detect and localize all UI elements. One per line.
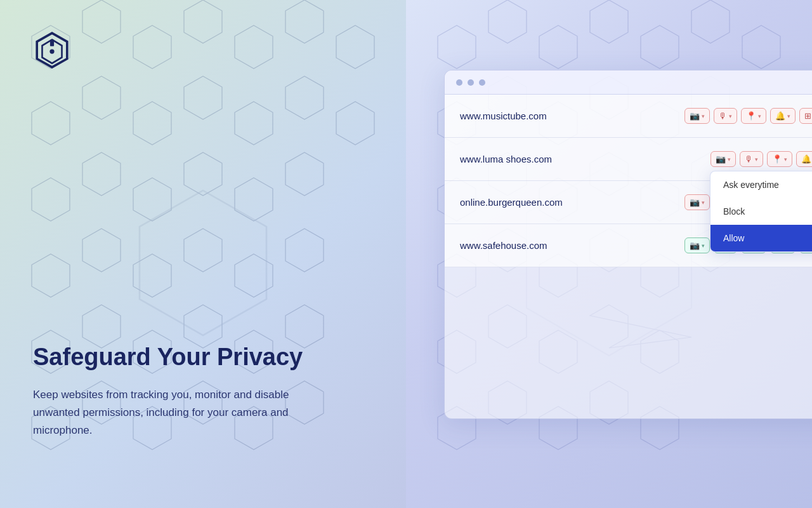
svg-marker-27 bbox=[82, 305, 121, 348]
svg-marker-31 bbox=[285, 305, 324, 348]
window-dot-3 bbox=[479, 79, 485, 86]
more-btn-musictube[interactable]: ⊞ ▾ bbox=[799, 108, 812, 124]
svg-marker-43 bbox=[438, 25, 476, 69]
svg-marker-17 bbox=[184, 152, 222, 196]
camera-icon: 📷 bbox=[716, 154, 726, 164]
dropdown-item-block[interactable]: Block bbox=[710, 198, 812, 225]
left-content: Safeguard Your Privacy Keep websites fro… bbox=[33, 343, 373, 478]
table-row: www.luma shoes.com 📷 ▾ 🎙 ▾ 📍 ▾ bbox=[445, 138, 812, 181]
svg-marker-11 bbox=[235, 102, 273, 145]
svg-marker-46 bbox=[590, 0, 628, 43]
chevron-down-icon: ▾ bbox=[702, 243, 705, 249]
notif-btn-musictube[interactable]: 🔔 ▾ bbox=[770, 108, 796, 124]
svg-point-41 bbox=[49, 49, 54, 53]
svg-marker-47 bbox=[641, 25, 679, 69]
camera-btn-lumashoes[interactable]: 📷 ▾ bbox=[710, 151, 736, 167]
chevron-down-icon: ▾ bbox=[784, 156, 787, 163]
permission-dropdown: Ask everytime Block Allow bbox=[710, 171, 812, 252]
chevron-down-icon: ▾ bbox=[755, 156, 758, 163]
svg-marker-8 bbox=[82, 76, 121, 119]
svg-marker-21 bbox=[82, 229, 121, 272]
table-row: www.musictube.com 📷 ▾ 🎙 ▾ 📍 ▾ bbox=[445, 95, 812, 138]
camera-btn-musictube[interactable]: 📷 ▾ bbox=[684, 108, 710, 124]
location-icon: 📍 bbox=[746, 111, 756, 121]
browser-titlebar bbox=[445, 70, 812, 95]
site-url-safehouse: www.safehouse.com bbox=[460, 240, 684, 251]
svg-marker-44 bbox=[488, 0, 527, 43]
site-permissions-table: www.musictube.com 📷 ▾ 🎙 ▾ 📍 ▾ bbox=[445, 95, 812, 267]
location-icon: 📍 bbox=[772, 154, 782, 164]
page-title: Safeguard Your Privacy bbox=[33, 343, 373, 372]
camera-icon: 📷 bbox=[690, 197, 700, 207]
right-panel: www.musictube.com 📷 ▾ 🎙 ▾ 📍 ▾ bbox=[406, 0, 812, 508]
chevron-down-icon: ▾ bbox=[758, 113, 761, 119]
svg-marker-15 bbox=[82, 152, 121, 196]
svg-marker-23 bbox=[184, 229, 222, 272]
camera-btn-burgerqueen[interactable]: 📷 ▾ bbox=[684, 194, 710, 210]
bell-icon: 🔔 bbox=[801, 154, 811, 164]
camera-icon: 📷 bbox=[690, 111, 700, 121]
chevron-down-icon: ▾ bbox=[702, 113, 705, 119]
logo bbox=[33, 30, 373, 71]
svg-marker-12 bbox=[285, 76, 324, 119]
svg-marker-13 bbox=[336, 102, 374, 145]
svg-marker-20 bbox=[32, 254, 70, 297]
mic-btn-lumashoes[interactable]: 🎙 ▾ bbox=[740, 151, 763, 167]
svg-marker-29 bbox=[184, 305, 222, 348]
svg-marker-7 bbox=[32, 102, 70, 145]
svg-marker-19 bbox=[285, 152, 324, 196]
svg-marker-14 bbox=[32, 178, 70, 221]
permission-group-musictube: 📷 ▾ 🎙 ▾ 📍 ▾ 🔔 ▾ bbox=[684, 108, 812, 124]
camera-icon: 📷 bbox=[690, 241, 700, 250]
left-panel: Safeguard Your Privacy Keep websites fro… bbox=[0, 0, 406, 508]
chevron-down-icon: ▾ bbox=[702, 199, 705, 206]
logo-icon bbox=[33, 30, 71, 69]
window-dot-2 bbox=[468, 79, 474, 86]
mic-icon: 🎙 bbox=[745, 154, 753, 164]
svg-marker-49 bbox=[742, 25, 780, 69]
chevron-down-icon: ▾ bbox=[728, 156, 731, 163]
svg-marker-16 bbox=[133, 178, 171, 221]
site-url-musictube: www.musictube.com bbox=[460, 110, 684, 121]
svg-marker-10 bbox=[184, 76, 222, 119]
svg-marker-38 bbox=[140, 190, 266, 335]
site-url-burgerqueen: online.burgerqueen.com bbox=[460, 197, 684, 208]
browser-window: www.musictube.com 📷 ▾ 🎙 ▾ 📍 ▾ bbox=[444, 70, 812, 419]
dropdown-item-allow[interactable]: Allow bbox=[710, 225, 812, 251]
page-subtitle: Keep websites from tracking you, monitor… bbox=[33, 386, 337, 439]
mic-icon: 🎙 bbox=[719, 111, 727, 121]
window-dot-1 bbox=[456, 79, 462, 86]
mic-btn-musictube[interactable]: 🎙 ▾ bbox=[714, 108, 737, 124]
svg-rect-42 bbox=[50, 39, 54, 46]
svg-marker-18 bbox=[235, 178, 273, 221]
svg-marker-9 bbox=[133, 102, 171, 145]
svg-marker-45 bbox=[539, 25, 577, 69]
site-url-lumashoes: www.luma shoes.com bbox=[460, 154, 710, 164]
bell-icon: 🔔 bbox=[775, 111, 785, 121]
more-icon: ⊞ bbox=[804, 111, 811, 121]
chevron-down-icon: ▾ bbox=[787, 113, 790, 119]
chevron-down-icon: ▾ bbox=[729, 113, 732, 119]
svg-marker-25 bbox=[285, 229, 324, 272]
camera-btn-safehouse[interactable]: 📷 ▾ bbox=[684, 237, 710, 253]
svg-marker-48 bbox=[691, 0, 730, 43]
location-btn-musictube[interactable]: 📍 ▾ bbox=[741, 108, 766, 124]
notif-btn-lumashoes[interactable]: 🔔 ▾ bbox=[796, 151, 812, 167]
location-btn-lumashoes[interactable]: 📍 ▾ bbox=[767, 151, 792, 167]
dropdown-item-ask[interactable]: Ask everytime bbox=[710, 171, 812, 198]
permission-group-lumashoes: 📷 ▾ 🎙 ▾ 📍 ▾ 🔔 ▾ bbox=[710, 151, 812, 167]
